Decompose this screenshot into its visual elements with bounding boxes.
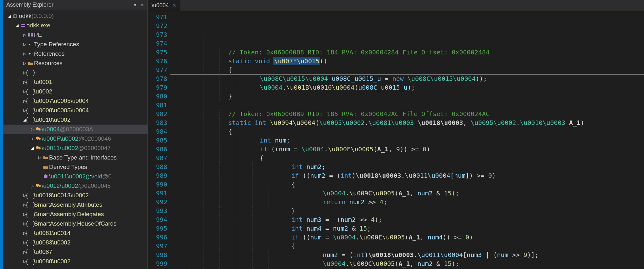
svg-rect-3 bbox=[23, 24, 25, 25]
tree-folder[interactable]: ▷Base Type and Interfaces bbox=[3, 153, 147, 162]
tree-icon bbox=[35, 146, 42, 151]
code-line: \u0004.\u001B\u0016\u0004(u008C_u0015_u)… bbox=[170, 83, 644, 92]
tree-class-open[interactable]: ◢\u0011\u0002 @02000047 bbox=[3, 143, 147, 153]
svg-rect-2 bbox=[21, 24, 23, 25]
tree-namespace[interactable]: ▷{ }\u0019\u0013\u0002 bbox=[3, 191, 147, 200]
tree-namespace[interactable]: ▷{ }SmartAssembly.HouseOfCards bbox=[3, 219, 147, 228]
tree-icon: { } bbox=[27, 192, 34, 199]
tree-namespace[interactable]: ▷{ }\u0008\u0005\u0004 bbox=[3, 106, 147, 115]
tree-icon: { } bbox=[27, 79, 34, 86]
code-line: { bbox=[170, 127, 644, 136]
tree-namespace[interactable]: ▷{ }\u0002 bbox=[3, 87, 147, 96]
tree-namespace[interactable]: ▷{ }- bbox=[3, 68, 147, 77]
code-area: 9719729739749759769779789799809819829839… bbox=[148, 11, 644, 269]
tree-icon: { } bbox=[27, 88, 34, 95]
panel-dropdown-icon[interactable]: ▾ bbox=[132, 2, 138, 8]
code-line: // Token: 0x060000B8 RID: 184 RVA: 0x000… bbox=[170, 48, 644, 57]
tree-icon: { } bbox=[27, 98, 34, 104]
tree-icon bbox=[27, 32, 34, 37]
code-line: \u0004.\u009C\u0005(A_1, num2 & 15); bbox=[170, 259, 644, 268]
tree-icon bbox=[42, 155, 49, 160]
code-line: \u008C\u0015\u0004 u008C_u0015_u = new \… bbox=[170, 74, 644, 83]
tree-class[interactable]: ▷\u000F\u0002 @02000046 bbox=[3, 134, 147, 143]
tree-icon: { } bbox=[27, 220, 34, 227]
code-line: int num4 = num2 & 15; bbox=[170, 224, 644, 233]
tree-namespace[interactable]: ▷{ }SmartAssembly.Attributes bbox=[3, 200, 147, 210]
tree-namespace[interactable]: ▷{ }\u0081\u0014 bbox=[3, 228, 147, 238]
code-line: return num2 >> 4; bbox=[170, 198, 644, 206]
tree-icon bbox=[35, 136, 42, 141]
editor-tab[interactable]: \u0004 ✕ bbox=[148, 0, 180, 11]
tree-icon bbox=[42, 165, 49, 170]
tree-folder[interactable]: ▶Derived Types bbox=[3, 162, 147, 172]
tree-icon: { } bbox=[27, 249, 34, 255]
tree-class[interactable]: ▷\u0012\u0002 @02000048 bbox=[3, 181, 147, 191]
code-line: if ((num2 = (int)\u0018\u0003.\u0011\u00… bbox=[170, 171, 644, 180]
code-line: { bbox=[170, 180, 644, 189]
app-accent-bar bbox=[0, 0, 3, 269]
tree-icon: { } bbox=[27, 211, 34, 218]
tree-icon bbox=[27, 42, 34, 47]
tree-icon bbox=[35, 183, 42, 188]
tree-icon bbox=[27, 51, 34, 56]
tree-namespace-open[interactable]: ◢{ }\u0010\u0002 bbox=[3, 115, 147, 125]
tree-namespace[interactable]: ▷{ }\u0007\u0005\u0004 bbox=[3, 96, 147, 106]
svg-rect-1 bbox=[14, 15, 16, 18]
code-line: } bbox=[170, 206, 644, 215]
svg-rect-13 bbox=[29, 53, 30, 54]
code-line: { bbox=[170, 65, 644, 74]
svg-rect-9 bbox=[31, 35, 33, 36]
svg-rect-6 bbox=[28, 33, 30, 35]
svg-rect-10 bbox=[29, 44, 30, 45]
code-line: int num3 = -(num2 >> 4); bbox=[170, 215, 644, 224]
assembly-explorer-panel: Assembly Explorer ▾ ✕ ◢odkk (0.0.0.0)◢od… bbox=[3, 0, 148, 269]
tree-icon: { } bbox=[27, 230, 34, 237]
svg-rect-11 bbox=[31, 44, 31, 44]
panel-title: Assembly Explorer bbox=[5, 2, 130, 8]
code-line: int num2; bbox=[170, 162, 644, 171]
code-line: static void \u007F\u0015() bbox=[170, 57, 644, 65]
editor-tabstrip: \u0004 ✕ bbox=[148, 0, 644, 11]
tab-close-icon[interactable]: ✕ bbox=[172, 3, 176, 8]
tree-namespace[interactable]: ▷{ }\u0001 bbox=[3, 77, 147, 87]
svg-rect-15 bbox=[32, 53, 32, 54]
tree-icon bbox=[42, 174, 49, 179]
code-line bbox=[170, 39, 644, 48]
tree-builtin[interactable]: ▷Resources bbox=[3, 59, 147, 68]
tree-icon: { } bbox=[27, 258, 34, 265]
code-line: } bbox=[170, 92, 644, 101]
tree-builtin[interactable]: ▷References bbox=[3, 49, 147, 59]
editor-tab-label: \u0004 bbox=[152, 2, 169, 9]
assembly-tree[interactable]: ◢odkk (0.0.0.0)◢odkk.exe▷PE▷Type Referen… bbox=[3, 10, 147, 269]
tree-builtin[interactable]: ▷Type References bbox=[3, 40, 147, 49]
tree-module[interactable]: ◢odkk.exe bbox=[3, 21, 147, 30]
tree-namespace[interactable]: ▷{ }\u0088\u0002 bbox=[3, 257, 147, 266]
panel-close-icon[interactable]: ✕ bbox=[139, 2, 146, 8]
line-number-gutter: 9719729739749759769779789799809819829839… bbox=[148, 11, 170, 269]
tree-icon bbox=[12, 14, 19, 19]
tree-icon bbox=[27, 61, 34, 66]
panel-header: Assembly Explorer ▾ ✕ bbox=[3, 0, 147, 10]
tree-namespace[interactable]: ▷{ }\u0087 bbox=[3, 247, 147, 257]
tree-namespace[interactable]: ▷{ }\u0083\u0002 bbox=[3, 238, 147, 247]
svg-rect-4 bbox=[21, 26, 23, 27]
code-line: \u0004.\u009C\u0005(A_1, num2 & 15); bbox=[170, 189, 644, 198]
tree-builtin[interactable]: ▷PE bbox=[3, 30, 147, 40]
tree-assembly-root[interactable]: ◢odkk (0.0.0.0) bbox=[3, 11, 147, 21]
code-line: // Token: 0x060000B9 RID: 185 RVA: 0x000… bbox=[170, 109, 644, 118]
svg-rect-0 bbox=[14, 14, 17, 17]
tree-icon: { } bbox=[27, 239, 34, 246]
tree-method[interactable]: ▶\u0011\u0002() : void @0 bbox=[3, 172, 147, 181]
tree-class-selected[interactable]: ▷\u0004 @0200003A bbox=[3, 125, 147, 134]
tree-icon: { } bbox=[27, 116, 34, 123]
code-body[interactable]: // Token: 0x060000B8 RID: 184 RVA: 0x000… bbox=[170, 11, 644, 269]
code-line: { bbox=[170, 154, 644, 162]
tree-icon: { } bbox=[27, 107, 34, 114]
svg-rect-12 bbox=[32, 44, 32, 44]
code-line: int num; bbox=[170, 136, 644, 145]
svg-rect-14 bbox=[31, 53, 31, 54]
tree-icon bbox=[35, 127, 42, 132]
svg-rect-5 bbox=[23, 26, 25, 27]
tree-namespace[interactable]: ▷{ }SmartAssembly.Delegates bbox=[3, 210, 147, 219]
tree-icon bbox=[19, 23, 26, 28]
